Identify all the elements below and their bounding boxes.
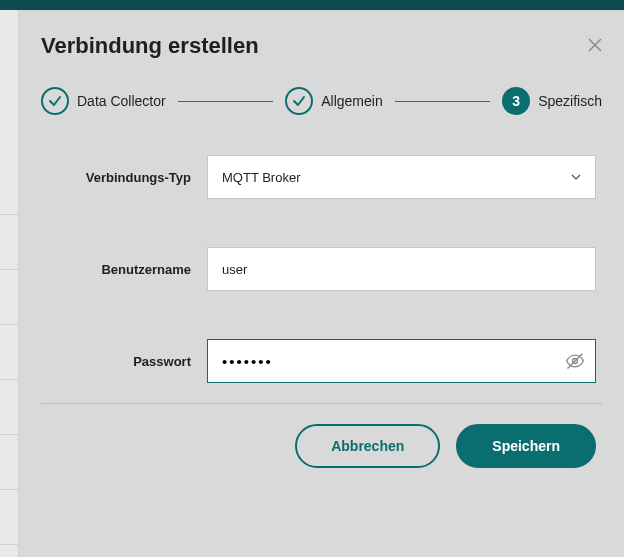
row-username: Benutzername — [47, 247, 596, 291]
modal-title: Verbindung erstellen — [41, 33, 259, 59]
password-field-wrap — [207, 339, 596, 383]
close-icon[interactable] — [588, 38, 602, 55]
connection-type-select[interactable]: MQTT Broker — [207, 155, 596, 199]
step-label: Allgemein — [321, 93, 382, 109]
connection-type-value: MQTT Broker — [222, 170, 301, 185]
step-label: Spezifisch — [538, 93, 602, 109]
username-input[interactable] — [207, 247, 596, 291]
app-top-bar — [0, 0, 624, 10]
step-data-collector[interactable]: Data Collector — [41, 87, 166, 115]
connection-type-label: Verbindungs-Typ — [47, 170, 207, 185]
username-label: Benutzername — [47, 262, 207, 277]
background-list-lines — [0, 160, 18, 545]
row-connection-type: Verbindungs-Typ MQTT Broker — [47, 155, 596, 199]
step-number-badge: 3 — [502, 87, 530, 115]
check-icon — [285, 87, 313, 115]
step-spezifisch[interactable]: 3 Spezifisch — [502, 87, 602, 115]
step-label: Data Collector — [77, 93, 166, 109]
step-connector — [395, 101, 491, 102]
step-allgemein[interactable]: Allgemein — [285, 87, 382, 115]
form-area: Verbindungs-Typ MQTT Broker Benutzername… — [19, 155, 624, 383]
row-password: Passwort — [47, 339, 596, 383]
check-icon — [41, 87, 69, 115]
toggle-password-visibility-icon[interactable] — [565, 351, 585, 371]
modal-footer: Abbrechen Speichern — [19, 404, 624, 492]
create-connection-modal: Verbindung erstellen Data Collector Allg… — [18, 10, 624, 557]
save-button[interactable]: Speichern — [456, 424, 596, 468]
chevron-down-icon — [571, 170, 581, 184]
password-label: Passwort — [47, 354, 207, 369]
wizard-stepper: Data Collector Allgemein 3 Spezifisch — [19, 87, 624, 155]
modal-header: Verbindung erstellen — [19, 11, 624, 87]
cancel-button[interactable]: Abbrechen — [295, 424, 440, 468]
step-connector — [178, 101, 274, 102]
password-input[interactable] — [208, 340, 565, 382]
